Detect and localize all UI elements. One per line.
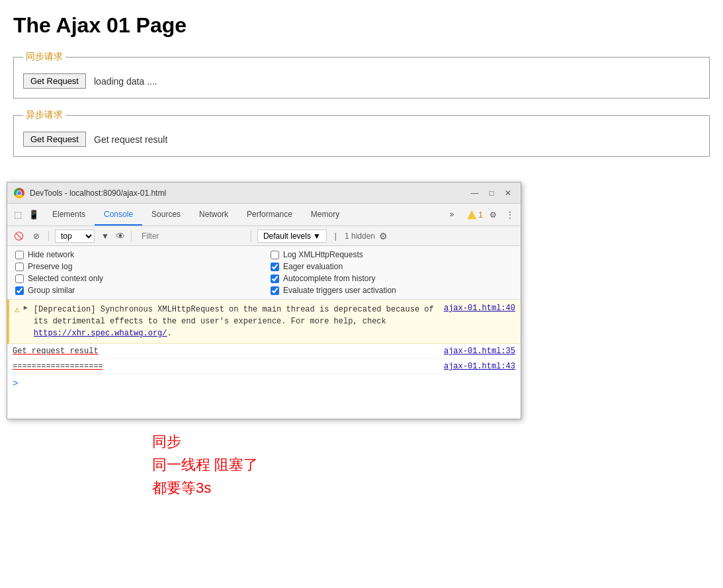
async-result-text: Get request result bbox=[94, 134, 167, 145]
warning-text: [Deprecation] Synchronous XMLHttpRequest… bbox=[34, 304, 440, 339]
tab-elements[interactable]: Elements bbox=[43, 204, 95, 226]
warning-text-period: . bbox=[167, 329, 172, 338]
sync-status-text: loading data .... bbox=[94, 76, 157, 87]
log-get-request-text: Get request result bbox=[13, 347, 99, 356]
tab-console[interactable]: Console bbox=[95, 204, 142, 226]
sync-section: 同步请求 Get Request loading data .... bbox=[13, 51, 710, 99]
annotation-line1: 同步 bbox=[152, 430, 258, 453]
setting-eager-eval: Eager evaluation bbox=[271, 262, 513, 271]
dropdown-arrow-icon[interactable]: ▼ bbox=[99, 230, 112, 242]
selected-context-label: Selected context only bbox=[28, 274, 103, 283]
warning-count: 1 bbox=[478, 210, 483, 220]
hide-network-checkbox[interactable] bbox=[15, 251, 24, 259]
log-separator-file[interactable]: ajax-01.html:43 bbox=[444, 362, 515, 371]
async-legend: 异步请求 bbox=[23, 109, 65, 121]
eager-eval-checkbox[interactable] bbox=[271, 263, 279, 271]
autocomplete-label: Autocomplete from history bbox=[283, 274, 375, 283]
eval-triggers-checkbox[interactable] bbox=[271, 286, 279, 295]
page-title: The Ajax 01 Page bbox=[13, 13, 710, 38]
devtools-titlebar: DevTools - localhost:8090/ajax-01.html —… bbox=[7, 183, 521, 204]
tab-network[interactable]: Network bbox=[190, 204, 237, 226]
tab-memory[interactable]: Memory bbox=[302, 204, 349, 226]
sync-legend: 同步请求 bbox=[23, 51, 65, 63]
prompt-caret-icon: > bbox=[13, 378, 18, 389]
block-icon[interactable]: ⊘ bbox=[30, 230, 42, 242]
console-prompt[interactable]: > bbox=[7, 374, 521, 393]
clear-console-icon[interactable]: 🚫 bbox=[11, 230, 26, 242]
maximize-button[interactable]: □ bbox=[487, 189, 497, 198]
hidden-count-text: 1 hidden bbox=[345, 231, 375, 241]
default-levels-button[interactable]: Default levels ▼ bbox=[257, 230, 327, 243]
tab-performance[interactable]: Performance bbox=[237, 204, 302, 226]
hide-network-label: Hide network bbox=[28, 250, 74, 259]
close-button[interactable]: ✕ bbox=[502, 189, 514, 198]
chrome-icon bbox=[14, 188, 24, 198]
devtools-titlebar-controls: — □ ✕ bbox=[468, 189, 514, 198]
toolbar-separator-2 bbox=[131, 231, 132, 241]
default-levels-arrow: ▼ bbox=[313, 231, 321, 241]
setting-preserve-log: Preserve log bbox=[15, 262, 257, 271]
preserve-log-label: Preserve log bbox=[28, 262, 72, 271]
async-get-request-button[interactable]: Get Request bbox=[23, 132, 86, 147]
log-separator-text: =================== bbox=[13, 362, 103, 371]
tab-sources[interactable]: Sources bbox=[142, 204, 190, 226]
hidden-count-badge: | bbox=[335, 231, 337, 241]
console-log-get-request: Get request result ajax-01.html:35 bbox=[7, 344, 521, 359]
log-xmlhttp-label: Log XMLHttpRequests bbox=[283, 250, 363, 259]
group-similar-checkbox[interactable] bbox=[15, 286, 24, 295]
autocomplete-checkbox[interactable] bbox=[271, 274, 279, 283]
warning-file-ref[interactable]: ajax-01.html:40 bbox=[444, 304, 515, 313]
warning-triangle-icon bbox=[467, 210, 476, 220]
annotation-line3: 都要等3s bbox=[152, 476, 258, 499]
devtools-console-toolbar: 🚫 ⊘ top ▼ 👁 Default levels ▼ | 1 hidden … bbox=[7, 226, 521, 246]
eval-triggers-label: Evaluate triggers user activation bbox=[283, 286, 396, 295]
minimize-button[interactable]: — bbox=[468, 189, 482, 198]
toolbar-separator bbox=[48, 231, 49, 241]
preserve-log-checkbox[interactable] bbox=[15, 263, 24, 271]
xhr-spec-link[interactable]: https://xhr.spec.whatwg.org/ bbox=[34, 329, 167, 338]
annotation-area: 同步 同一线程 阻塞了 都要等3s bbox=[152, 430, 258, 500]
log-get-request-file[interactable]: ajax-01.html:35 bbox=[444, 347, 515, 356]
eye-icon[interactable]: 👁 bbox=[116, 231, 125, 241]
device-toolbar-icon[interactable]: 📱 bbox=[27, 208, 40, 222]
sync-get-request-button[interactable]: Get Request bbox=[23, 73, 86, 89]
console-log-separator: =================== ajax-01.html:43 bbox=[7, 359, 521, 374]
default-levels-label: Default levels bbox=[263, 231, 311, 241]
eager-eval-label: Eager evaluation bbox=[283, 262, 343, 271]
group-similar-label: Group similar bbox=[28, 286, 75, 295]
console-settings-icon[interactable]: ⚙ bbox=[379, 231, 388, 241]
log-xmlhttp-checkbox[interactable] bbox=[271, 251, 279, 259]
devtools-settings-panel: Hide network Log XMLHttpRequests Preserv… bbox=[7, 246, 521, 300]
settings-gear-icon[interactable]: ⚙ bbox=[487, 209, 499, 221]
more-tabs-button[interactable]: » bbox=[441, 204, 464, 226]
setting-selected-context: Selected context only bbox=[15, 274, 257, 283]
devtools-tab-bar: ⬚ 📱 Elements Console Sources Network Per… bbox=[7, 204, 521, 226]
warning-text-content: [Deprecation] Synchronous XMLHttpRequest… bbox=[34, 305, 434, 326]
warning-icon: ⚠ bbox=[15, 304, 20, 339]
setting-log-xmlhttp: Log XMLHttpRequests bbox=[271, 250, 513, 259]
console-warning-message: ⚠ ▶ [Deprecation] Synchronous XMLHttpReq… bbox=[7, 300, 521, 344]
inspect-element-icon[interactable]: ⬚ bbox=[11, 208, 24, 222]
toolbar-separator-3 bbox=[251, 231, 251, 241]
setting-autocomplete: Autocomplete from history bbox=[271, 274, 513, 283]
setting-hide-network: Hide network bbox=[15, 250, 257, 259]
warning-badge: 1 bbox=[467, 210, 483, 220]
selected-context-checkbox[interactable] bbox=[15, 274, 24, 283]
devtools-title-text: DevTools - localhost:8090/ajax-01.html bbox=[30, 189, 166, 198]
filter-input[interactable] bbox=[138, 231, 245, 241]
setting-eval-triggers: Evaluate triggers user activation bbox=[271, 286, 513, 295]
more-options-icon[interactable]: ⋮ bbox=[503, 209, 517, 221]
devtools-window: DevTools - localhost:8090/ajax-01.html —… bbox=[7, 182, 521, 419]
context-selector[interactable]: top bbox=[55, 230, 95, 243]
expand-icon[interactable]: ▶ bbox=[24, 304, 28, 312]
annotation-line2: 同一线程 阻塞了 bbox=[152, 453, 258, 476]
setting-group-similar: Group similar bbox=[15, 286, 257, 295]
devtools-console-output: ⚠ ▶ [Deprecation] Synchronous XMLHttpReq… bbox=[7, 300, 521, 419]
async-section: 异步请求 Get Request Get request result bbox=[13, 109, 710, 157]
